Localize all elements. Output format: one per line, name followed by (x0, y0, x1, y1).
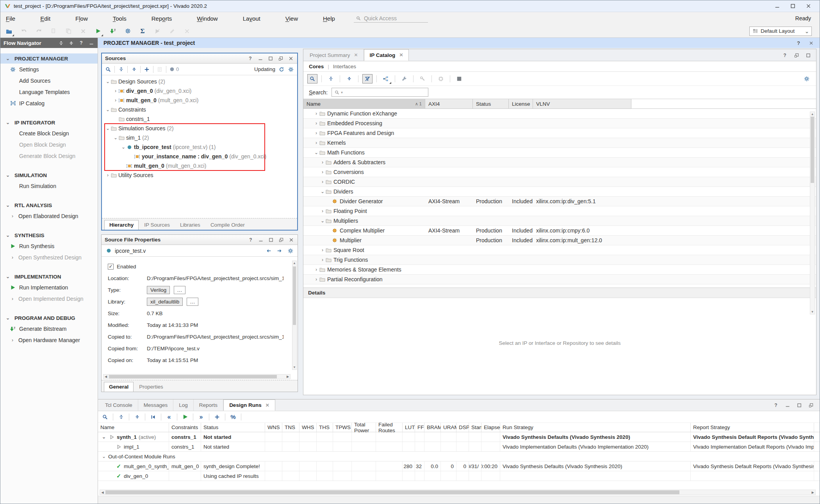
expand-icon[interactable] (68, 40, 74, 46)
tab-general[interactable]: General (104, 382, 134, 392)
chevron-right-icon[interactable]: › (10, 213, 15, 219)
chevron-down-icon[interactable]: ⌄ (5, 315, 11, 321)
ip-catalog-row[interactable]: › Square Root (303, 245, 816, 255)
hierarchy-icon-button[interactable] (381, 74, 391, 83)
chevron-down-icon[interactable]: ⌄ (5, 172, 11, 178)
tab-log[interactable]: Log (173, 399, 194, 411)
column-header-axi4[interactable]: AXI4 (425, 99, 473, 108)
question-icon[interactable]: ? (247, 55, 253, 62)
flownav-item-add-sources[interactable]: Add Sources (0, 75, 98, 86)
scrollbar-handle[interactable] (811, 117, 814, 183)
menu-edit[interactable]: Edit (40, 15, 50, 22)
chevron-down-icon[interactable]: ⌄ (5, 202, 11, 208)
chevron-down-icon[interactable]: ⌄ (320, 189, 325, 194)
chevron-down-icon[interactable]: ⌄ (121, 144, 126, 150)
locate-icon[interactable] (157, 66, 163, 73)
maximize-icon[interactable] (268, 237, 274, 243)
flownav-section-project-manager[interactable]: ⌄PROJECT MANAGER (0, 53, 98, 64)
flownav-section-simulation[interactable]: ⌄SIMULATION (0, 170, 98, 180)
scroll-left-icon[interactable]: ◀ (100, 490, 105, 495)
runs-column-wns[interactable]: WNS (265, 423, 282, 432)
menu-reports[interactable]: Reports (152, 15, 172, 22)
chevron-right-icon[interactable]: › (320, 169, 325, 175)
flownav-section-program-and-debug[interactable]: ⌄PROGRAM AND DEBUG (0, 313, 98, 323)
minimize-icon[interactable] (88, 40, 94, 46)
flownav-item-open-elaborated-design[interactable]: ›Open Elaborated Design (0, 210, 98, 222)
runs-column-name[interactable]: Name (98, 423, 169, 432)
flownav-section-implementation[interactable]: ⌄IMPLEMENTATION (0, 272, 98, 282)
runs-column-elapsed[interactable]: Elapsed (481, 423, 500, 432)
ip-catalog-row[interactable]: › Embedded Processing (303, 119, 816, 128)
add-icon-button[interactable] (214, 414, 220, 420)
browse-button[interactable]: … (174, 286, 185, 294)
collapse-icon[interactable] (58, 40, 64, 46)
chevron-down-icon[interactable]: ⌄ (5, 56, 11, 61)
step-forward-icon-button[interactable]: » (198, 414, 204, 420)
tab-hierarchy[interactable]: Hierarchy (104, 220, 139, 230)
undo-icon-button[interactable] (19, 27, 29, 36)
runs-column-tpws[interactable]: TPWS (333, 423, 352, 432)
wrench-icon-button[interactable] (399, 74, 409, 83)
ip-catalog-row[interactable]: ⌄ Multipliers (303, 216, 816, 226)
close-icon[interactable] (808, 40, 814, 46)
flownav-section-ip-integrator[interactable]: ⌄IP INTEGRATOR (0, 117, 98, 128)
flownav-item-run-implementation[interactable]: Run Implementation (0, 282, 98, 293)
sfp-vertical-scrollbar[interactable]: ▲ ▼ (292, 261, 297, 370)
question-icon[interactable]: ? (773, 402, 779, 408)
percent-icon-button[interactable]: % (230, 414, 236, 420)
chevron-right-icon[interactable]: › (320, 257, 325, 263)
minimize-icon[interactable] (774, 4, 780, 9)
tree-row[interactable]: mult_gen_0 (mult_gen_0.xci) (102, 161, 297, 170)
maximize-icon[interactable] (796, 402, 802, 408)
run-icon-button[interactable] (93, 27, 103, 36)
chevron-down-icon[interactable]: ⌄ (5, 232, 11, 238)
close-icon[interactable] (288, 237, 294, 243)
flownav-item-ip-catalog[interactable]: IP Catalog (0, 98, 98, 109)
enabled-checkbox[interactable]: ✓ (108, 264, 114, 270)
editor-tab-ip-catalog[interactable]: IP Catalog ✕ (364, 49, 409, 61)
stop-icon-button[interactable] (153, 27, 162, 36)
ip-catalog-row[interactable]: › CORDIC (303, 177, 816, 187)
menu-window[interactable]: Window (197, 15, 217, 22)
flownav-item-create-block-design[interactable]: Create Block Design (0, 128, 98, 139)
search-icon-button[interactable] (307, 74, 317, 83)
menu-view[interactable]: View (285, 15, 298, 22)
runs-column-status[interactable]: Status (201, 423, 265, 432)
scroll-down-icon[interactable]: ▼ (810, 310, 815, 314)
chevron-right-icon[interactable]: › (320, 208, 325, 214)
float-icon[interactable] (278, 55, 284, 62)
table-row[interactable]: ✓ mult_gen_0_synth_1 mult_gen_0synth_des… (98, 461, 820, 471)
ip-catalog-row[interactable]: › FPGA Features and Design (303, 128, 816, 138)
question-icon[interactable]: ? (248, 237, 254, 243)
scroll-right-icon[interactable]: ▶ (285, 374, 290, 379)
flownav-item-open-hardware-manager[interactable]: ›Open Hardware Manager (0, 334, 98, 346)
forward-arrow-icon[interactable] (276, 248, 283, 254)
runs-column-failed-routes[interactable]: Failed Routes (376, 423, 403, 432)
open-project-icon-button[interactable] (4, 27, 14, 36)
ip-catalog-row[interactable]: Complex Multiplier AXI4-StreamProduction… (303, 226, 816, 236)
tree-row[interactable]: › mult_gen_0 (mult_gen_0.xci) (102, 96, 297, 105)
flownav-item-generate-bitstream[interactable]: Generate Bitstream (0, 323, 98, 334)
menu-file[interactable]: File (6, 15, 15, 22)
flownav-item-settings[interactable]: Settings (0, 64, 98, 75)
chevron-right-icon[interactable]: › (314, 121, 319, 126)
ip-catalog-row[interactable]: ⌄ Dividers (303, 187, 816, 197)
question-icon[interactable]: ? (78, 40, 84, 46)
scrollbar-handle[interactable] (109, 375, 277, 378)
chevron-down-icon[interactable]: ⌄ (5, 274, 11, 279)
flownav-section-synthesis[interactable]: ⌄SYNTHESIS (0, 230, 98, 240)
chevron-right-icon[interactable]: › (314, 277, 319, 282)
chevron-right-icon[interactable]: › (105, 172, 111, 178)
redo-icon-button[interactable] (34, 27, 43, 36)
scrollbar-handle[interactable] (293, 266, 296, 325)
tree-row[interactable]: ⌄ Design Sources (2) (102, 77, 297, 86)
add-icon[interactable] (144, 66, 150, 73)
close-icon[interactable]: ✕ (266, 403, 269, 408)
column-header-license[interactable]: License (509, 99, 533, 108)
scroll-right-icon[interactable]: ▶ (810, 490, 815, 495)
tab-properties[interactable]: Properties (134, 382, 168, 392)
chevron-right-icon[interactable]: › (314, 267, 319, 272)
refresh-icon[interactable] (278, 66, 285, 73)
ip-catalog-row[interactable]: Multiplier ProductionIncludedxilinx.com:… (303, 236, 816, 245)
runs-column-lut[interactable]: LUT (403, 423, 415, 432)
